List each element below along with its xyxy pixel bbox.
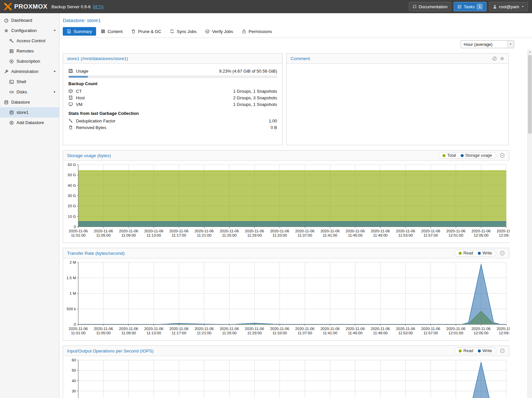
svg-text:11:33:00: 11:33:00 xyxy=(272,331,287,335)
svg-text:2020-11-06: 2020-11-06 xyxy=(472,229,491,233)
documentation-button[interactable]: Documentation xyxy=(409,2,451,11)
gear-icon[interactable] xyxy=(500,56,505,61)
section-heading-stats-from-last-garbage-collection: Stats from last Garbage Collection xyxy=(68,111,277,116)
svg-text:11:13:00: 11:13:00 xyxy=(147,233,161,237)
summary-row: store1 (/mnt/datastores/store1) Usage 9.… xyxy=(63,53,532,145)
summary-panel-header: store1 (/mnt/datastores/store1) xyxy=(63,53,282,64)
panels-area: store1 (/mnt/datastores/store1) Usage 9.… xyxy=(60,50,532,398)
svg-text:60: 60 xyxy=(72,358,76,362)
sidebar-item-datastore[interactable]: Datastore xyxy=(0,97,59,107)
svg-text:11:41:00: 11:41:00 xyxy=(323,331,337,335)
legend-item-write[interactable]: Write xyxy=(476,348,494,353)
tab-sync-jobs[interactable]: Sync Jobs xyxy=(166,27,200,36)
row-label: Host xyxy=(76,95,85,100)
timeframe-select[interactable]: Hour (average) xyxy=(461,40,514,48)
iops-chart: 01020304050602020-11-0611:01:002020-11-0… xyxy=(63,356,510,398)
svg-text:11:37:00: 11:37:00 xyxy=(298,331,312,335)
svg-text:12:05:00: 12:05:00 xyxy=(474,331,488,335)
chart-title: Input/Output Operations per Second (IOPS… xyxy=(67,348,454,353)
svg-text:1.5 M: 1.5 M xyxy=(66,276,76,280)
sidebar-item-shell[interactable]: Shell xyxy=(0,77,59,87)
sidebar-item-administration[interactable]: Administration xyxy=(0,66,59,77)
svg-text:11:41:00: 11:41:00 xyxy=(323,233,337,237)
circle-slash-icon[interactable] xyxy=(492,56,497,61)
svg-text:11:01:00: 11:01:00 xyxy=(71,331,86,335)
comment-panel-tools xyxy=(492,56,505,61)
row-label: VM xyxy=(76,102,83,107)
tab-summary[interactable]: Summary xyxy=(63,27,96,36)
chart-panel-header: Storage usage (bytes) TotalStorage usage xyxy=(63,150,509,161)
svg-text:2020-11-06: 2020-11-06 xyxy=(220,229,239,233)
tasks-label: Tasks xyxy=(464,4,475,9)
scroll-up-button[interactable] xyxy=(528,50,532,54)
svg-text:11:09:00: 11:09:00 xyxy=(122,233,136,237)
sidebar-item-disks[interactable]: Disks xyxy=(0,87,59,97)
legend-item-read[interactable]: Read xyxy=(456,251,476,255)
compress-arrows-icon xyxy=(68,118,73,123)
svg-text:20 G: 20 G xyxy=(68,204,76,208)
chart-legend: ReadWrite xyxy=(454,250,496,256)
sidebar-item-store1[interactable]: store1 xyxy=(0,107,59,117)
svg-text:2020-11-06: 2020-11-06 xyxy=(320,229,339,233)
svg-text:2020-11-06: 2020-11-06 xyxy=(446,327,466,331)
legend-item-write[interactable]: Write xyxy=(476,251,494,255)
legend-dot xyxy=(461,154,464,157)
sidebar-item-configuration[interactable]: Configuration xyxy=(0,25,59,36)
legend-item-storage-usage[interactable]: Storage usage xyxy=(458,153,494,158)
sidebar-item-label: Shell xyxy=(17,79,56,84)
svg-text:11:17:00: 11:17:00 xyxy=(172,233,186,237)
collapse-icon[interactable] xyxy=(500,348,505,353)
sidebar-item-label: Disks xyxy=(17,89,50,94)
svg-text:11:45:00: 11:45:00 xyxy=(348,233,363,237)
svg-text:50: 50 xyxy=(72,368,76,372)
scrollbar-thumb[interactable] xyxy=(528,55,532,134)
row-value: 1 Groups, 1 Snapshots xyxy=(233,89,277,94)
vertical-scrollbar[interactable] xyxy=(527,50,532,398)
tab-permissions[interactable]: Permissions xyxy=(238,27,276,36)
tab-label: Sync Jobs xyxy=(177,29,196,34)
svg-text:2020-11-06: 2020-11-06 xyxy=(295,327,314,331)
sidebar-item-subscription[interactable]: Subscription xyxy=(0,56,59,66)
svg-text:11:05:00: 11:05:00 xyxy=(96,233,111,237)
legend-dot xyxy=(459,349,462,352)
legend-item-total[interactable]: Total xyxy=(440,153,458,158)
svg-text:12:09:00: 12:09:00 xyxy=(499,331,510,335)
chevron-down-icon[interactable] xyxy=(53,70,56,73)
legend-item-read[interactable]: Read xyxy=(456,348,476,353)
svg-text:10 G: 10 G xyxy=(68,215,76,218)
collapse-icon[interactable] xyxy=(500,250,505,256)
sidebar-item-add-datastore[interactable]: Add Datastore xyxy=(0,117,59,128)
sidebar-item-remotes[interactable]: Remotes xyxy=(0,46,59,56)
hdd-icon xyxy=(9,90,14,94)
svg-text:30 G: 30 G xyxy=(68,194,76,198)
user-menu-button[interactable]: root@pam xyxy=(489,2,528,11)
chevron-right-icon[interactable] xyxy=(53,90,56,94)
sidebar-item-dashboard[interactable]: Dashboard xyxy=(0,15,59,25)
sidebar-item-label: Remotes xyxy=(17,49,56,53)
chart-legend: TotalStorage usage xyxy=(438,152,496,159)
comment-panel-body[interactable] xyxy=(287,64,509,72)
svg-text:2020-11-06: 2020-11-06 xyxy=(371,327,390,331)
monitor-icon xyxy=(68,102,73,107)
sidebar-item-access-control[interactable]: Access Control xyxy=(0,36,59,46)
tab-verify-jobs[interactable]: Verify Jobs xyxy=(201,27,237,36)
tasks-icon xyxy=(457,5,462,9)
svg-text:2020-11-06: 2020-11-06 xyxy=(320,327,339,331)
collapse-icon[interactable] xyxy=(500,153,505,158)
legend-dot xyxy=(459,252,462,255)
svg-text:500 k: 500 k xyxy=(67,307,76,311)
svg-text:2020-11-06: 2020-11-06 xyxy=(119,327,138,331)
beta-link[interactable]: BETA xyxy=(93,4,104,9)
tab-content[interactable]: Content xyxy=(97,27,127,36)
svg-text:11:49:00: 11:49:00 xyxy=(373,331,388,335)
tab-prune-gc[interactable]: Prune & GC xyxy=(127,27,165,36)
chevron-down-icon[interactable] xyxy=(53,29,56,32)
svg-text:2 M: 2 M xyxy=(70,260,76,264)
svg-text:2020-11-06: 2020-11-06 xyxy=(371,229,390,233)
svg-text:11:49:00: 11:49:00 xyxy=(373,233,388,237)
tasks-button[interactable]: Tasks 1 xyxy=(454,2,486,11)
svg-text:11:13:00: 11:13:00 xyxy=(147,331,161,335)
combo-trigger[interactable] xyxy=(507,41,514,48)
svg-text:11:25:00: 11:25:00 xyxy=(222,233,236,237)
sidebar-item-label: store1 xyxy=(17,110,56,115)
